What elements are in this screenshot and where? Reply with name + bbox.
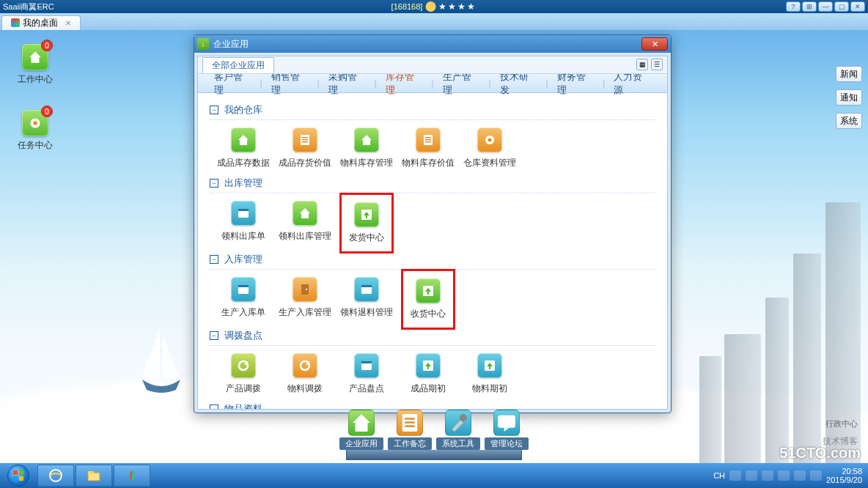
collapse-icon[interactable]: − [210,106,218,114]
dock-label: 工作备忘 [388,437,432,450]
app-item[interactable]: 产品调拨 [224,353,262,395]
collapse-icon[interactable]: − [210,179,218,188]
app-item[interactable]: 物料库存价值 [409,127,447,169]
app-label: 领料出库单 [221,230,265,243]
titlebar-button[interactable]: ✕ [850,1,865,12]
door-icon [293,277,317,302]
desktop-icon-label: 工作中心 [18,73,53,86]
app-label: 物料调拨 [287,382,323,395]
dock-item[interactable]: 工作备忘 [388,410,432,450]
view-toggle-1[interactable]: ▦ [636,59,648,70]
card-icon [231,277,256,302]
taskbar: CH 20:58 2015/9/20 [0,463,868,488]
dock-item[interactable]: 企业应用 [339,410,383,450]
tray-icon[interactable] [762,470,773,481]
app-label: 领料退料管理 [340,306,393,319]
user-code: [168168] [391,2,423,11]
svg-rect-18 [306,289,307,290]
badge: 0 [41,40,53,51]
card-icon [354,277,379,302]
app-item[interactable]: 成品存货价值 [286,127,324,169]
start-button[interactable] [0,463,37,488]
task-explorer[interactable] [76,465,112,487]
side-button[interactable]: 通知 [836,89,862,106]
svg-rect-9 [425,141,431,143]
window-title: 企业应用 [213,38,249,51]
app-item[interactable]: 生产入库单 [224,277,262,322]
task-ie[interactable] [37,465,74,487]
tray-icon[interactable] [794,470,806,481]
side-button[interactable]: 新闻 [836,66,862,82]
tray-lang[interactable]: CH [713,471,725,480]
desktop-glyph-icon: 0 [22,110,48,136]
svg-rect-16 [238,285,249,287]
app-item[interactable]: 生产入库管理 [286,277,324,322]
face-icon [425,1,435,12]
up-icon [354,202,379,227]
clock[interactable]: 20:58 2015/9/20 [826,467,862,484]
titlebar-button[interactable]: — [818,1,833,12]
app-label: 生产入库管理 [279,306,331,319]
dock-item[interactable]: 系统工具 [436,410,480,450]
task-app[interactable] [114,465,150,487]
collapse-icon[interactable]: − [210,404,218,409]
app-item[interactable]: 仓库资料管理 [471,127,509,169]
up-icon [477,353,502,378]
app-label: 产品调拨 [226,382,261,395]
card-icon [231,201,256,226]
collapse-icon[interactable]: − [210,255,218,264]
app-item[interactable]: 领料出库管理 [286,201,324,245]
side-button[interactable]: 系统 [836,113,862,129]
collapse-icon[interactable]: − [210,331,218,340]
app-item[interactable]: 成品期初 [409,353,447,395]
titlebar-button[interactable]: ⊞ [802,1,817,12]
subtab-all-apps[interactable]: 全部企业应用 [202,57,274,73]
view-toggle-2[interactable]: ☰ [651,59,663,70]
tray-icon[interactable] [729,470,741,481]
svg-rect-29 [405,418,415,420]
svg-point-11 [488,138,492,142]
tray-icon[interactable] [778,470,790,481]
card-icon [354,353,379,378]
svg-point-1 [33,121,37,125]
apps-scroll[interactable]: −我的仓库成品库存数据成品存货价值物料库存管理物料库存价值仓库资料管理−出库管理… [198,93,667,409]
section-title: 出库管理 [224,177,262,190]
app-item[interactable]: 领料退料管理 [347,277,386,322]
dock-label: 系统工具 [436,437,480,450]
app-item[interactable]: 成品库存数据 [224,127,262,169]
section-header: −我的仓库 [210,103,655,120]
svg-rect-20 [361,285,372,287]
watermark: 51CTO.com [779,445,861,462]
tray-icon[interactable] [746,470,757,481]
tab-close-icon[interactable]: ✕ [65,19,71,27]
sheet-icon [397,410,423,436]
window-close-button[interactable]: ✕ [641,37,668,51]
sheet-icon [293,127,317,152]
titlebar-button[interactable]: ▢ [834,1,849,12]
svg-rect-40 [88,471,94,474]
app-item[interactable]: 物料库存管理 [347,127,386,169]
desktop-icon[interactable]: 0工作中心 [18,44,53,86]
app-item[interactable]: 收货中心 [409,277,447,322]
section-header: −调拨盘点 [210,329,655,346]
app-item[interactable]: 领料出库单 [224,201,262,245]
app-item[interactable]: 发货中心 [347,201,386,245]
app-label: 成品存货价值 [279,157,331,169]
dock-item[interactable]: 管理论坛 [485,410,529,450]
section-title: 调拨盘点 [224,329,262,342]
tray-icon[interactable] [810,470,822,481]
category-navbar: 客户管理|销售管理|采购管理|库存管理|生产管理|技术研发|财务管理|人力资源 [198,74,667,93]
svg-rect-7 [425,137,431,138]
app-label: 领料出库管理 [279,230,331,243]
window-icon: ↓ [197,38,209,50]
desktop-icon[interactable]: 0任务中心 [18,110,53,152]
app-item[interactable]: 物料期初 [471,353,509,395]
app-item[interactable]: 产品盘点 [347,353,386,395]
tab-desktop[interactable]: 我的桌面 ✕ [1,15,81,30]
admin-center-label: 行政中心 [825,418,858,429]
window-titlebar[interactable]: ↓ 企业应用 ✕ [194,35,671,53]
gear-icon [477,127,502,152]
app-item[interactable]: 物料调拨 [286,353,324,395]
dock-label: 管理论坛 [485,437,529,450]
titlebar-button[interactable]: ? [786,1,801,12]
